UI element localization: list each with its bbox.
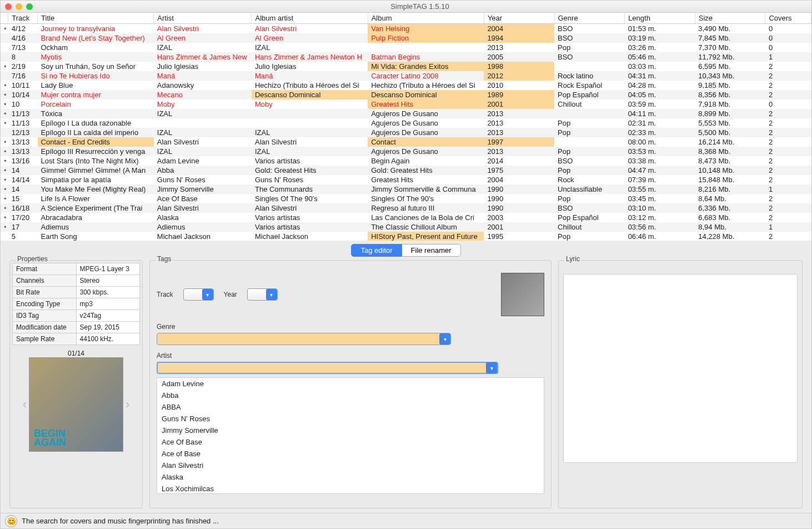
table-row[interactable]: •16/18A Science Experiment (The TraiAlan…: [1, 203, 811, 213]
chevron-right-icon[interactable]: ›: [126, 397, 129, 412]
dropdown-option[interactable]: ABBA: [157, 401, 544, 413]
table-row[interactable]: •13/13Epílogo III Resurrección y vengaIZ…: [1, 147, 811, 156]
column-header[interactable]: Artist: [154, 13, 252, 24]
lyric-title: Lyric: [564, 255, 582, 263]
tags-panel: Tags Track ▾ Year ▾ Genre ▾ Artist ▾ Ada…: [149, 260, 552, 508]
dropdown-option[interactable]: Alaska: [157, 471, 544, 483]
table-row[interactable]: 7/13OckhamIZALIZAL2013Pop03:26 m.7,370 M…: [1, 43, 811, 52]
table-row[interactable]: •4/12Journey to transylvaniaAlan Silvest…: [1, 24, 811, 34]
dropdown-option[interactable]: Jimmy Somerville: [157, 425, 544, 436]
dropdown-option[interactable]: Abba: [157, 390, 544, 401]
dropdown-option[interactable]: Adam Levine: [157, 378, 544, 390]
table-row[interactable]: •14You Make Me Feel (Mighty Real)Jimmy S…: [1, 184, 811, 194]
titlebar: SimpleTAG 1.5.10: [1, 1, 811, 13]
table-row[interactable]: 4/16Brand New (Let's Stay Together)Al Gr…: [1, 33, 811, 43]
dropdown-option[interactable]: Los Xochimilcas: [157, 483, 544, 494]
dropdown-option[interactable]: Alan Silvestri: [157, 460, 544, 471]
status-icon: 😊: [5, 515, 17, 527]
table-row[interactable]: •2/19Soy un Truhán, Soy un SeñorJulio Ig…: [1, 62, 811, 71]
table-row[interactable]: •11/13TóxicaIZALAgujeros De Gusano201304…: [1, 109, 811, 118]
table-row[interactable]: •17/20AbracadabraAlaskaVarios artistasLa…: [1, 213, 811, 222]
track-label: Track: [157, 291, 173, 298]
genre-label: Genre: [157, 323, 175, 331]
properties-title: Properties: [16, 255, 49, 263]
table-row[interactable]: •13/16Lost Stars (Into The Night Mix)Ada…: [1, 156, 811, 166]
status-bar: 😊 The search for covers and music finger…: [1, 513, 811, 528]
minimize-icon[interactable]: [16, 3, 22, 10]
album-art-thumb[interactable]: [501, 273, 544, 316]
table-row[interactable]: •10/11Lady BlueAdanowskyHechizo (Tributo…: [1, 81, 811, 90]
table-row[interactable]: 8MyotisHans Zimmer & James NewHans Zimme…: [1, 52, 811, 62]
table-row[interactable]: 7/16Si no Te Hubieras IdoManáManáCaracte…: [1, 71, 811, 81]
status-text: The search for covers and music fingerpr…: [22, 517, 219, 525]
lyric-panel: Lyric: [558, 260, 803, 508]
column-header[interactable]: Album artist: [252, 13, 368, 24]
tab-file-renamer[interactable]: File renamer: [402, 244, 461, 257]
column-header[interactable]: Genre: [554, 13, 625, 24]
column-header[interactable]: [1, 13, 8, 24]
column-header[interactable]: Title: [38, 13, 154, 24]
column-header[interactable]: Covers: [765, 13, 811, 24]
track-select[interactable]: ▾: [183, 288, 214, 301]
close-icon[interactable]: [5, 3, 12, 10]
cover-counter: 01/14: [12, 350, 140, 357]
properties-panel: Properties FormatMPEG-1 Layer 3ChannelsS…: [9, 260, 143, 508]
table-row[interactable]: •13/13Contact - End CreditsAlan Silvestr…: [1, 137, 811, 147]
artist-dropdown[interactable]: Adam LevineAbbaABBAGuns N' RosesJimmy So…: [157, 377, 544, 494]
table-row[interactable]: •17AdiemusAdiemusVarios artistasThe Clas…: [1, 222, 811, 232]
column-header[interactable]: Size: [695, 13, 765, 24]
zoom-icon[interactable]: [26, 3, 33, 10]
tags-title: Tags: [156, 255, 173, 263]
track-table[interactable]: TrackTitleArtistAlbum artistAlbumYearGen…: [1, 13, 811, 241]
table-row[interactable]: •14Gimme! Gimme! Gimme! (A ManAbbaGold: …: [1, 166, 811, 175]
dropdown-option[interactable]: Ace Of Base: [157, 436, 544, 448]
table-row[interactable]: •11/13Epílogo I La duda razonableAgujero…: [1, 118, 811, 128]
cover-image[interactable]: BEGINAGAIN: [29, 357, 123, 452]
table-row[interactable]: •15Life Is A FlowerAce Of BaseSingles Of…: [1, 194, 811, 203]
table-row[interactable]: 5Earth SongMichael JacksonMichael Jackso…: [1, 232, 811, 241]
artist-label: Artist: [157, 352, 172, 360]
table-row[interactable]: •10PorcelainMobyMobyGreatest Hits2001Chi…: [1, 99, 811, 109]
genre-select[interactable]: ▾: [157, 333, 451, 345]
dropdown-option[interactable]: Ace of Base: [157, 448, 544, 460]
table-row[interactable]: 12/13Epílogo II La caída del imperioIZAL…: [1, 128, 811, 137]
dropdown-option[interactable]: Guns N' Roses: [157, 413, 544, 425]
mode-tabs: Tag editor File renamer: [1, 244, 811, 257]
artist-select[interactable]: ▾: [157, 362, 498, 374]
window-title: SimpleTAG 1.5.10: [33, 2, 807, 11]
table-row[interactable]: •10/14Mujer contra mujerMecanoDescanso D…: [1, 90, 811, 99]
year-select[interactable]: ▾: [247, 288, 278, 301]
column-header[interactable]: Year: [484, 13, 554, 24]
column-header[interactable]: Length: [625, 13, 695, 24]
column-header[interactable]: Album: [368, 13, 484, 24]
year-label: Year: [224, 291, 237, 298]
lyric-textarea[interactable]: [563, 274, 798, 463]
table-row[interactable]: •14/14Simpatia por la apatíaGuns N' Rose…: [1, 175, 811, 184]
tab-tag-editor[interactable]: Tag editor: [351, 244, 402, 257]
column-header[interactable]: Track: [8, 13, 38, 24]
chevron-left-icon[interactable]: ‹: [23, 397, 27, 412]
